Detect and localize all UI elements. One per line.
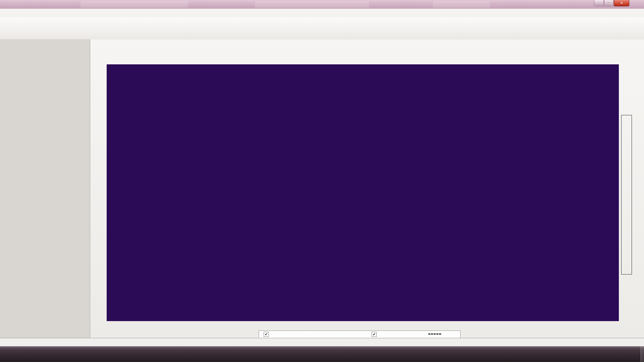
trace-line-sample [319,334,333,335]
peak-line-sample [428,334,441,335]
show-desktop-button[interactable] [641,346,644,362]
main-toolbar [0,17,644,40]
close-button[interactable]: ✕ [614,0,629,6]
spl-colorbar [621,115,632,275]
status-bar [0,338,644,347]
screen: — ❐ ✕ « ✔ ✔ [0,0,644,362]
menu-bar [0,9,644,18]
titlebar-glass-reflection [255,1,369,8]
minimize-button[interactable]: — [594,0,604,6]
titlebar-glass-reflection [433,1,490,8]
java-icon [2,1,8,7]
maximize-button[interactable]: ❐ [604,0,613,6]
capture-button[interactable] [93,42,109,54]
taskbar [0,346,644,362]
titlebar-glass-reflection [80,1,188,8]
measurements-panel [0,40,90,338]
trace-checkbox[interactable]: ✔ [264,332,269,337]
trace-legend: ✔ ✔ [259,330,461,338]
camera-icon [94,42,108,52]
window-titlebar: — ❐ ✕ [0,0,644,9]
spectrogram-plot[interactable] [107,64,619,321]
peak-energy-checkbox[interactable]: ✔ [372,332,377,337]
